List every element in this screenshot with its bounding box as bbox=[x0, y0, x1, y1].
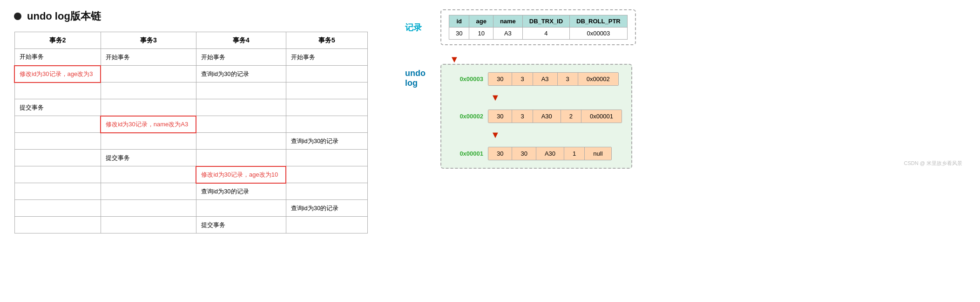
record-box: id age name DB_TRX_ID DB_ROLL_PTR 30 10 bbox=[440, 9, 636, 45]
arrow-down-icon: ▼ bbox=[491, 92, 500, 103]
table-cell-8-0 bbox=[14, 183, 101, 200]
left-side: undo log版本链 事务2 事务3 事务4 事务5 开始事务开始事务开始事务… bbox=[14, 9, 377, 233]
undo-arrow-2: ▼ bbox=[451, 130, 622, 140]
undo-cell-0-3: 3 bbox=[558, 73, 578, 85]
undo-cell-0-1: 3 bbox=[512, 73, 533, 85]
table-cell-5-2 bbox=[196, 133, 286, 150]
table-cell-6-3 bbox=[286, 150, 367, 166]
table-cell-9-3: 查询id为30的记录 bbox=[286, 200, 367, 217]
undo-log-row-0: 0x00003303A330x00002 bbox=[451, 72, 622, 86]
table-cell-0-2: 开始事务 bbox=[196, 49, 286, 66]
table-cell-2-1 bbox=[101, 82, 196, 99]
undo-cell-2-4: null bbox=[585, 147, 611, 160]
table-row: 修改id为30记录，name改为A3 bbox=[14, 116, 368, 133]
table-cell-7-1 bbox=[101, 166, 196, 183]
col-header-tx5: 事务5 bbox=[286, 32, 367, 49]
undo-cell-1-0: 30 bbox=[488, 110, 512, 123]
table-cell-7-3 bbox=[286, 166, 367, 183]
record-val-age: 10 bbox=[469, 27, 493, 40]
table-cell-10-3 bbox=[286, 217, 367, 233]
record-val-trxid: 4 bbox=[522, 27, 569, 40]
undo-cell-2-2: A30 bbox=[536, 147, 564, 160]
undo-cell-2-0: 30 bbox=[488, 147, 512, 160]
table-cell-2-0 bbox=[14, 82, 101, 99]
undo-entry-2: 3030A301null bbox=[488, 147, 612, 160]
undo-cell-0-4: 0x00002 bbox=[578, 73, 618, 85]
table-cell-5-1 bbox=[101, 133, 196, 150]
undo-cell-1-4: 0x00001 bbox=[581, 110, 622, 123]
record-col-trxid: DB_TRX_ID bbox=[522, 15, 569, 27]
main-title: undo log版本链 bbox=[27, 9, 101, 23]
table-cell-1-3 bbox=[286, 66, 367, 82]
record-val-rollptr: 0x00003 bbox=[570, 27, 628, 40]
table-cell-2-2 bbox=[196, 82, 286, 99]
undo-log-row-1: 0x00002303A3020x00001 bbox=[451, 110, 622, 123]
table-cell-8-3 bbox=[286, 183, 367, 200]
record-table: id age name DB_TRX_ID DB_ROLL_PTR 30 10 bbox=[449, 15, 628, 40]
record-col-rollptr: DB_ROLL_PTR bbox=[570, 15, 628, 27]
undo-cell-0-0: 30 bbox=[488, 73, 512, 85]
record-col-id: id bbox=[449, 15, 469, 27]
record-col-age: age bbox=[469, 15, 493, 27]
record-val-id: 30 bbox=[449, 27, 469, 40]
undo-log-box: 0x00003303A330x00002▼0x00002303A3020x000… bbox=[440, 64, 632, 169]
arrow-down-icon: ▼ bbox=[450, 55, 459, 64]
table-cell-0-3: 开始事务 bbox=[286, 49, 367, 66]
undo-addr-2: 0x00001 bbox=[451, 150, 483, 157]
undo-entry-1: 303A3020x00001 bbox=[488, 110, 622, 123]
table-header-row: 事务2 事务3 事务4 事务5 bbox=[14, 32, 368, 49]
table-cell-10-2: 提交事务 bbox=[196, 217, 286, 233]
arrow-down-icon: ▼ bbox=[491, 130, 500, 140]
undo-addr-0: 0x00003 bbox=[451, 76, 483, 82]
table-cell-4-0 bbox=[14, 116, 101, 133]
page-container: undo log版本链 事务2 事务3 事务4 事务5 开始事务开始事务开始事务… bbox=[14, 9, 966, 233]
table-cell-9-0 bbox=[14, 200, 101, 217]
col-header-tx3: 事务3 bbox=[101, 32, 196, 49]
table-row: 提交事务 bbox=[14, 217, 368, 233]
table-cell-3-1 bbox=[101, 99, 196, 116]
table-row bbox=[14, 82, 368, 99]
table-cell-9-2 bbox=[196, 200, 286, 217]
table-cell-3-0: 提交事务 bbox=[14, 99, 101, 116]
table-row: 修改id为30记录，age改为10 bbox=[14, 166, 368, 183]
undo-cell-1-1: 3 bbox=[512, 110, 533, 123]
table-cell-4-3 bbox=[286, 116, 367, 133]
undo-section: undo log 0x00003303A330x00002▼0x00002303… bbox=[405, 64, 966, 169]
table-cell-8-1 bbox=[101, 183, 196, 200]
bullet-icon bbox=[14, 13, 21, 20]
undo-entry-0: 303A330x00002 bbox=[488, 72, 619, 86]
table-cell-6-0 bbox=[14, 150, 101, 166]
undo-log-row-2: 0x000013030A301null bbox=[451, 147, 622, 160]
undo-cell-0-2: A3 bbox=[533, 73, 558, 85]
record-to-undo-arrow-container: ▼ bbox=[405, 55, 966, 64]
table-cell-3-2 bbox=[196, 99, 286, 116]
table-cell-7-2: 修改id为30记录，age改为10 bbox=[196, 166, 286, 183]
undo-addr-1: 0x00002 bbox=[451, 113, 483, 120]
transaction-table: 事务2 事务3 事务4 事务5 开始事务开始事务开始事务开始事务修改id为30记… bbox=[14, 32, 368, 233]
table-cell-1-2: 查询id为30的记录 bbox=[196, 66, 286, 82]
col-header-tx4: 事务4 bbox=[196, 32, 286, 49]
table-cell-5-0 bbox=[14, 133, 101, 150]
table-cell-0-0: 开始事务 bbox=[14, 49, 101, 66]
undo-arrow-1: ▼ bbox=[451, 92, 622, 103]
title-row: undo log版本链 bbox=[14, 9, 377, 23]
table-row: 提交事务 bbox=[14, 99, 368, 116]
table-row: 提交事务 bbox=[14, 150, 368, 166]
table-cell-1-0: 修改id为30记录，age改为3 bbox=[14, 66, 101, 82]
undo-cell-1-2: A30 bbox=[533, 110, 561, 123]
record-val-name: A3 bbox=[493, 27, 522, 40]
table-cell-5-3: 查询id为30的记录 bbox=[286, 133, 367, 150]
watermark: CSDN @ 米里故乡看风景 bbox=[904, 160, 962, 167]
table-row: 查询id为30的记录 bbox=[14, 133, 368, 150]
undo-cell-1-3: 2 bbox=[561, 110, 581, 123]
record-data-row: 30 10 A3 4 0x00003 bbox=[449, 27, 628, 40]
table-cell-6-2 bbox=[196, 150, 286, 166]
table-cell-10-1 bbox=[101, 217, 196, 233]
table-cell-6-1: 提交事务 bbox=[101, 150, 196, 166]
record-col-name: name bbox=[493, 15, 522, 27]
right-inner: 记录 id age name DB_TRX_ID DB_ROLL_PTR bbox=[405, 9, 966, 169]
undo-cell-2-3: 1 bbox=[564, 147, 585, 160]
record-label: 记录 bbox=[405, 22, 433, 33]
record-section: 记录 id age name DB_TRX_ID DB_ROLL_PTR bbox=[405, 9, 966, 45]
table-cell-9-1 bbox=[101, 200, 196, 217]
